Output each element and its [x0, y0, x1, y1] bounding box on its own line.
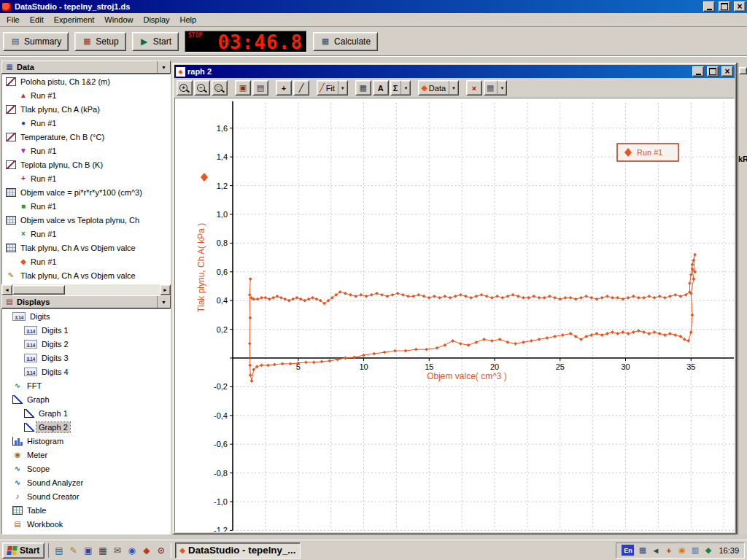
minimize-button[interactable] [703, 1, 715, 12]
displays-tree-item[interactable]: Workbook [2, 517, 170, 531]
displays-tree-item[interactable]: Graph 2 [2, 420, 170, 434]
calculator-button[interactable]: ▦ [355, 80, 371, 96]
displays-tree-item[interactable]: Meter [2, 448, 170, 462]
start-button[interactable]: Start [132, 32, 179, 51]
button-glyph-icon: A [378, 84, 384, 93]
start-menu-button[interactable]: Start [2, 542, 44, 559]
zoom-in-button[interactable]: + [177, 80, 193, 96]
data-tree-item[interactable]: ▼ Run #1 [2, 144, 170, 158]
statistics-menu-button[interactable]: Σ ▼ [390, 80, 411, 96]
quicklaunch-window-icon[interactable]: ▣ [82, 544, 94, 556]
data-tree-item[interactable]: Temperature, Ch B (°C) [2, 130, 170, 144]
data-tree-item[interactable]: Teplota plynu, Ch B (K) [2, 158, 170, 171]
tray-scheduler-icon[interactable]: ◆ [703, 545, 713, 556]
displays-tree-item[interactable]: FFT [2, 378, 170, 392]
slope-tool-button[interactable]: ╱ [293, 80, 309, 96]
fragment-button [739, 67, 747, 74]
tree-item-label: Sound Creator [25, 491, 82, 502]
scrollbar-thumb[interactable] [12, 285, 65, 295]
maximize-button[interactable] [719, 1, 730, 12]
data-tree-item[interactable]: Tlak plynu, Ch A vs Objem valce [2, 268, 170, 282]
graph-window: ◆ raph 2 + − □ ▣ [172, 63, 737, 534]
data-tree-item[interactable]: × Run #1 [2, 227, 170, 241]
quicklaunch-browser-icon[interactable]: ◉ [125, 544, 138, 556]
data-tree-item[interactable]: Objem valce = pi*r*r*y*100 (cm^3) [2, 185, 170, 199]
keyboard-language-indicator[interactable]: En [622, 545, 634, 556]
data-panel-header[interactable]: Data ▼ [1, 61, 171, 74]
quicklaunch-desktop-icon[interactable]: ▤ [53, 544, 65, 556]
dropdown-arrow-icon: ▼ [338, 81, 345, 95]
calculate-button[interactable]: Calculate [313, 32, 378, 51]
scale-to-fit-button[interactable]: ▣ [235, 80, 251, 96]
tree-item-label: Objem valce = pi*r*r*y*100 (cm^3) [18, 187, 144, 198]
remove-button[interactable]: × [466, 80, 482, 96]
menu-item[interactable]: Help [175, 14, 202, 26]
displays-panel-header[interactable]: Displays ▼ [1, 295, 171, 308]
menu-item[interactable]: File [1, 14, 25, 26]
scroll-right-icon[interactable]: ► [160, 284, 171, 295]
dropdown-arrow-icon: ▼ [497, 81, 504, 95]
data-tree-item[interactable]: ● Run #1 [2, 116, 170, 130]
quicklaunch-mail-icon[interactable]: ✉ [111, 544, 123, 556]
data-menu-button[interactable]: ◆ Data ▼ [418, 80, 459, 96]
menu-item[interactable]: Experiment [49, 14, 100, 26]
main-titlebar[interactable]: DataStudio - tepelny_stroj1.ds [0, 0, 747, 13]
tray-network-icon[interactable]: ▥ [689, 545, 700, 556]
displays-tree-item[interactable]: Digits 3 [2, 351, 170, 365]
displays-tree-item[interactable]: Digits 1 [2, 323, 170, 337]
zoom-select-button[interactable]: □ [212, 80, 228, 96]
data-tree-item[interactable]: Tlak plynu, Ch A vs Objem valce [2, 241, 170, 254]
align-axes-button[interactable]: ▤ [252, 80, 268, 96]
data-tree-item[interactable]: Poloha pistu, Ch 1&2 (m) [2, 74, 170, 88]
close-button[interactable] [734, 1, 746, 12]
summary-button[interactable]: Summary [3, 32, 69, 51]
menu-item[interactable]: Display [138, 14, 174, 26]
data-tree-item[interactable]: Objem valce vs Teplota plynu, Ch [2, 213, 170, 227]
grid-settings-button[interactable]: ▦ ▼ [484, 80, 507, 96]
svg-text:35: 35 [686, 362, 695, 371]
tray-antivirus-icon[interactable]: + [663, 545, 674, 556]
data-tree-item[interactable]: ◆ Run #1 [2, 254, 170, 268]
chart-plot-area[interactable]: -1,2-1,0-0,8-0,6-0,4-0,20,20,40,60,81,01… [174, 98, 735, 532]
displays-tree-item[interactable]: Graph 1 [2, 406, 170, 420]
quicklaunch-media-icon[interactable]: ◆ [140, 544, 152, 556]
quicklaunch-keyboard-icon[interactable]: ▦ [96, 544, 109, 556]
displays-tree-item[interactable]: Digits 4 [2, 365, 170, 378]
data-horizontal-scrollbar[interactable]: ◄ ► [1, 284, 171, 295]
graph-window-titlebar[interactable]: ◆ raph 2 [174, 65, 735, 78]
displays-tree-item[interactable]: Table [2, 503, 170, 517]
displays-tree-item[interactable]: Digits [2, 309, 170, 323]
data-tree-item[interactable]: + Run #1 [2, 171, 170, 185]
displays-tree-item[interactable]: Sound Analyzer [2, 475, 170, 489]
displays-panel-caret-icon[interactable]: ▼ [157, 296, 170, 308]
data-tree-item[interactable]: ■ Run #1 [2, 199, 170, 213]
zoom-out-button[interactable]: − [194, 80, 210, 96]
data-panel-caret-icon[interactable]: ▼ [157, 61, 170, 73]
tree-item-label: Graph [25, 394, 52, 405]
setup-button[interactable]: Setup [74, 32, 125, 51]
displays-tree-item[interactable]: Scope [2, 462, 170, 475]
data-tree-item[interactable]: ▲ Run #1 [2, 88, 170, 102]
menu-item[interactable]: Window [99, 14, 138, 26]
smart-tool-button[interactable]: + [276, 80, 292, 96]
tree-item-label: Tlak plynu, Ch A vs Objem valce [18, 243, 138, 253]
menu-item[interactable]: Edit [25, 14, 49, 26]
setup-icon [82, 36, 92, 46]
graph-maximize-button[interactable] [707, 66, 719, 77]
tray-display-icon[interactable]: ◉ [676, 545, 687, 556]
quicklaunch-notes-icon[interactable]: ✎ [67, 544, 80, 556]
data-tree-item[interactable]: Tlak plynu, Ch A (kPa) [2, 102, 170, 116]
displays-tree-item[interactable]: Histogram [2, 434, 170, 448]
graph-close-button[interactable] [721, 66, 733, 77]
graph-minimize-button[interactable] [692, 66, 704, 77]
quicklaunch-help-icon[interactable]: ⊙ [155, 544, 167, 556]
displays-tree-item[interactable]: Graph [2, 392, 170, 406]
displays-tree-item[interactable]: Sound Creator [2, 489, 170, 503]
tray-volume-icon[interactable]: ◄ [650, 545, 661, 556]
fit-menu-button[interactable]: ╱ Fit ▼ [317, 80, 348, 96]
text-annotation-button[interactable]: A [373, 80, 389, 96]
tray-keyboard-icon[interactable]: ▦ [637, 545, 648, 556]
displays-tree-item[interactable]: Digits 2 [2, 337, 170, 351]
scroll-left-icon[interactable]: ◄ [1, 284, 12, 295]
taskbar-task-button[interactable]: ◆ DataStudio - tepelny_... [175, 542, 301, 559]
